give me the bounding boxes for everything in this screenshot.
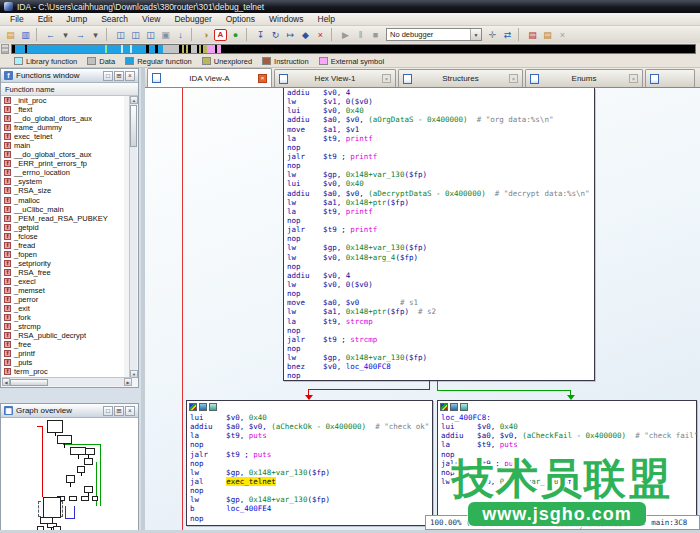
function-row[interactable]: f_ftext [2,105,124,114]
function-row[interactable]: f_PEM_read_RSA_PUBKEY [2,214,124,223]
function-row[interactable]: f_perror [2,295,124,304]
chevron-down-icon[interactable]: ▼ [470,29,481,40]
tab-structures[interactable]: Structures× [398,69,523,87]
function-row[interactable]: fframe_dummy [2,123,124,132]
functions-horizontal-scrollbar[interactable]: ◀ ▶ [2,377,132,386]
tab-partial[interactable] [645,69,695,87]
functions-window-titlebar[interactable]: f Functions window □⊞× [1,69,138,83]
function-row[interactable]: f_getpid [2,223,124,232]
basic-block-main[interactable]: addiu $v0, 4lw $v1, 0($v0)lui $v0, 0x40a… [283,88,595,381]
snapshot-icon[interactable]: ◑ [198,28,213,42]
function-row[interactable]: f_RSA_public_decrypt [2,331,124,340]
navigate-forward-icon[interactable]: → [73,28,88,42]
function-row[interactable]: f_malloc [2,196,124,205]
navigator-band[interactable] [11,44,696,54]
tab-close-icon[interactable]: × [509,74,518,83]
delete-icon[interactable]: × [555,28,570,42]
watches-icon[interactable]: ▤ [540,28,555,42]
float-icon[interactable]: ⊞ [114,406,124,416]
breakpoints-icon[interactable]: ▤ [525,28,540,42]
pause-process-icon[interactable]: ‖ [353,28,368,42]
menu-item-debugger[interactable]: Debugger [167,13,218,26]
segments-icon[interactable]: ▣ [158,28,173,42]
function-row[interactable]: f__do_global_ctors_aux [2,150,124,159]
float-icon[interactable]: ⊞ [114,71,124,81]
navigate-back-icon[interactable]: ← [43,28,58,42]
function-row[interactable]: f_fclose [2,232,124,241]
node-group-icon[interactable] [450,403,458,411]
function-row[interactable]: f_exit [2,304,124,313]
tab-ida-view-a[interactable]: IDA View-A× [147,68,272,87]
functions-vertical-scrollbar[interactable]: ▲ ▼ [129,96,137,378]
function-row[interactable]: f_fopen [2,250,124,259]
scrollbar-thumb[interactable] [130,105,137,147]
function-row[interactable]: f_RSA_size [2,186,124,195]
menu-item-view[interactable]: View [135,13,167,26]
text-view-icon[interactable]: A [214,29,227,41]
forward-history-icon[interactable]: ▾ [88,28,103,42]
save-icon[interactable]: ▥ [18,28,33,42]
scroll-up-icon[interactable]: ▲ [130,96,138,104]
menu-item-search[interactable]: Search [94,13,135,26]
function-row[interactable]: fexec_telnet [2,132,124,141]
function-row[interactable]: f__uClibc_main [2,205,124,214]
tab-enums[interactable]: Enums× [525,69,643,87]
function-row[interactable]: f_ERR_print_errors_fp [2,159,124,168]
graph-overview-titlebar[interactable]: ▦ Graph overview □⊞× [1,404,138,418]
switch-debugger-icon[interactable]: ⇄ [500,28,515,42]
menu-item-jump[interactable]: Jump [59,13,94,26]
function-row[interactable]: f_strcmp [2,322,124,331]
pointer-mode-icon[interactable]: ✛ [485,28,500,42]
node-frame-icon[interactable] [209,403,217,411]
scroll-left-icon[interactable]: ◀ [2,378,10,386]
function-row[interactable]: f_setpriority [2,259,124,268]
function-row[interactable]: fterm_proc [2,367,124,376]
scroll-right-icon[interactable]: ▶ [124,378,132,386]
graph-overview-minimap[interactable] [1,418,138,532]
tab-close-icon[interactable]: × [629,74,638,83]
tab-close-icon[interactable]: × [382,74,391,83]
function-name-column-header[interactable]: Function name [1,83,138,96]
menu-item-options[interactable]: Options [219,13,262,26]
stop-process-icon[interactable]: ■ [368,28,383,42]
menu-item-edit[interactable]: Edit [31,13,60,26]
function-row[interactable]: f__errno_location [2,168,124,177]
strings-window-icon[interactable]: ◫ [143,28,158,42]
menu-item-windows[interactable]: Windows [262,13,310,26]
function-row[interactable]: f_puts [2,358,124,367]
debugger-select[interactable]: No debugger ▼ [386,28,482,41]
cancel-debugger-icon[interactable]: × [313,28,328,42]
node-color-icon[interactable] [440,403,448,411]
navigator-scroll-icon[interactable] [1,44,9,54]
node-group-icon[interactable] [199,403,207,411]
function-row[interactable]: f_system [2,177,124,186]
function-row[interactable]: f_memset [2,286,124,295]
function-row[interactable]: fmain [2,141,124,150]
open-file-icon[interactable]: ▤ [3,28,18,42]
jump-address-icon[interactable]: ↓ [173,28,188,42]
function-row[interactable]: f_free [2,340,124,349]
start-process-icon[interactable]: ▶ [338,28,353,42]
back-history-icon[interactable]: ▾ [58,28,73,42]
names-window-icon[interactable]: ◫ [113,28,128,42]
menu-item-help[interactable]: Help [311,13,342,26]
node-frame-icon[interactable] [460,403,468,411]
close-icon[interactable]: × [125,406,135,416]
run-until-return-icon[interactable]: ↦ [283,28,298,42]
functions-list[interactable]: f_init_procf_ftextf__do_global_dtors_aux… [2,96,124,378]
function-row[interactable]: f_fread [2,241,124,250]
function-row[interactable]: f_init_proc [2,96,124,105]
function-row[interactable]: f_fork [2,313,124,322]
close-icon[interactable]: × [125,71,135,81]
functions-window-icon[interactable]: ◫ [128,28,143,42]
node-color-icon[interactable] [189,403,197,411]
menu-item-file[interactable]: File [3,13,31,26]
scrollbar-thumb[interactable] [10,379,48,386]
function-row[interactable]: f__do_global_dtors_aux [2,114,124,123]
tab-close-icon[interactable]: × [258,74,267,83]
reanalyze-icon[interactable]: ● [228,28,243,42]
function-row[interactable]: f_printf [2,349,124,358]
function-row[interactable]: f_execl [2,277,124,286]
step-over-icon[interactable]: ↻ [268,28,283,42]
basic-block-check-ok[interactable]: lui $v0, 0x40addiu $a0, $v0, (aCheckOk -… [186,400,433,526]
